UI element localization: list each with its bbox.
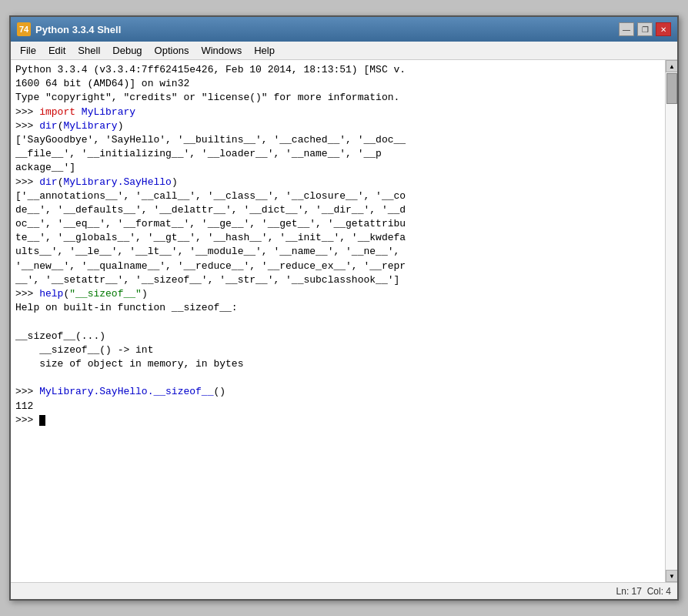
menu-bar: File Edit Shell Debug Options Windows He… [11, 42, 677, 60]
title-buttons: — ❐ ✕ [619, 22, 671, 36]
title-bar: 74 Python 3.3.4 Shell — ❐ ✕ [11, 17, 677, 42]
status-bar: Ln: 17 Col: 4 [11, 582, 677, 599]
scroll-down-button[interactable]: ▼ [666, 570, 677, 582]
window-title: Python 3.3.4 Shell [35, 24, 121, 35]
shell-content[interactable]: Python 3.3.4 (v3.3.4:7ff62415e426, Feb 1… [11, 60, 665, 582]
scroll-up-button[interactable]: ▲ [666, 60, 677, 72]
scroll-thumb[interactable] [666, 73, 677, 104]
menu-shell[interactable]: Shell [72, 43, 106, 58]
close-button[interactable]: ✕ [656, 22, 671, 36]
minimize-button[interactable]: — [619, 22, 634, 36]
scroll-track[interactable] [666, 72, 677, 570]
menu-debug[interactable]: Debug [106, 43, 148, 58]
menu-edit[interactable]: Edit [42, 43, 72, 58]
scrollbar-vertical[interactable]: ▲ ▼ [665, 60, 677, 582]
menu-help[interactable]: Help [248, 43, 281, 58]
restore-button[interactable]: ❐ [637, 22, 653, 36]
menu-file[interactable]: File [14, 43, 42, 58]
menu-options[interactable]: Options [149, 43, 195, 58]
shell-output: Python 3.3.4 (v3.3.4:7ff62415e426, Feb 1… [15, 63, 660, 427]
menu-windows[interactable]: Windows [195, 43, 248, 58]
app-icon: 74 [17, 22, 31, 36]
status-position: Ln: 17 Col: 4 [616, 586, 671, 597]
title-bar-left: 74 Python 3.3.4 Shell [17, 22, 121, 36]
shell-wrapper: Python 3.3.4 (v3.3.4:7ff62415e426, Feb 1… [11, 60, 677, 582]
main-window: 74 Python 3.3.4 Shell — ❐ ✕ File Edit Sh… [9, 15, 679, 601]
